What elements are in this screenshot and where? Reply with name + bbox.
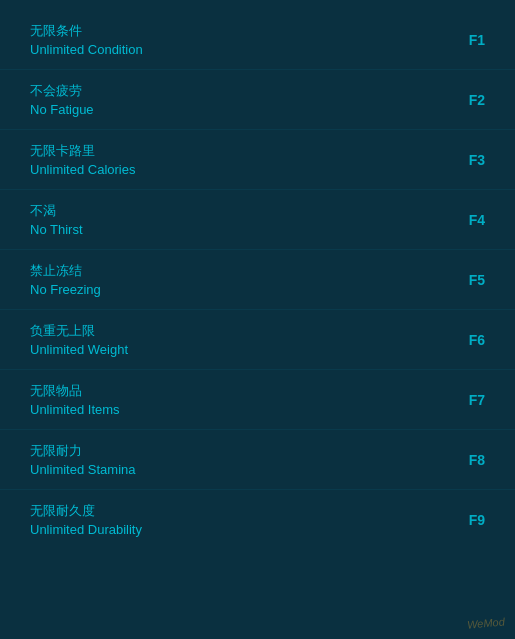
cheat-chinese-5: 禁止冻结	[30, 262, 101, 280]
cheat-key-9: F9	[469, 512, 485, 528]
cheat-key-2: F2	[469, 92, 485, 108]
cheat-english-1: Unlimited Condition	[30, 42, 143, 57]
cheat-english-3: Unlimited Calories	[30, 162, 135, 177]
cheat-english-5: No Freezing	[30, 282, 101, 297]
cheat-item-8[interactable]: 无限耐力Unlimited StaminaF8	[0, 430, 515, 490]
cheat-item-4[interactable]: 不渴No ThirstF4	[0, 190, 515, 250]
cheat-list: 无限条件Unlimited ConditionF1不会疲劳No FatigueF…	[0, 0, 515, 559]
cheat-key-1: F1	[469, 32, 485, 48]
cheat-chinese-2: 不会疲劳	[30, 82, 94, 100]
cheat-item-2[interactable]: 不会疲劳No FatigueF2	[0, 70, 515, 130]
cheat-text-8: 无限耐力Unlimited Stamina	[30, 442, 136, 477]
cheat-chinese-1: 无限条件	[30, 22, 143, 40]
cheat-chinese-3: 无限卡路里	[30, 142, 135, 160]
cheat-text-7: 无限物品Unlimited Items	[30, 382, 120, 417]
cheat-chinese-9: 无限耐久度	[30, 502, 142, 520]
watermark: WeMod	[467, 615, 506, 630]
cheat-english-6: Unlimited Weight	[30, 342, 128, 357]
cheat-key-6: F6	[469, 332, 485, 348]
cheat-key-7: F7	[469, 392, 485, 408]
cheat-text-3: 无限卡路里Unlimited Calories	[30, 142, 135, 177]
cheat-english-4: No Thirst	[30, 222, 83, 237]
cheat-key-4: F4	[469, 212, 485, 228]
cheat-key-3: F3	[469, 152, 485, 168]
cheat-chinese-7: 无限物品	[30, 382, 120, 400]
cheat-english-2: No Fatigue	[30, 102, 94, 117]
cheat-text-2: 不会疲劳No Fatigue	[30, 82, 94, 117]
cheat-item-7[interactable]: 无限物品Unlimited ItemsF7	[0, 370, 515, 430]
cheat-key-5: F5	[469, 272, 485, 288]
cheat-english-8: Unlimited Stamina	[30, 462, 136, 477]
cheat-item-3[interactable]: 无限卡路里Unlimited CaloriesF3	[0, 130, 515, 190]
cheat-item-6[interactable]: 负重无上限Unlimited WeightF6	[0, 310, 515, 370]
cheat-english-9: Unlimited Durability	[30, 522, 142, 537]
cheat-text-9: 无限耐久度Unlimited Durability	[30, 502, 142, 537]
cheat-key-8: F8	[469, 452, 485, 468]
cheat-text-5: 禁止冻结No Freezing	[30, 262, 101, 297]
cheat-item-1[interactable]: 无限条件Unlimited ConditionF1	[0, 10, 515, 70]
cheat-item-5[interactable]: 禁止冻结No FreezingF5	[0, 250, 515, 310]
cheat-text-1: 无限条件Unlimited Condition	[30, 22, 143, 57]
cheat-text-6: 负重无上限Unlimited Weight	[30, 322, 128, 357]
cheat-chinese-8: 无限耐力	[30, 442, 136, 460]
cheat-english-7: Unlimited Items	[30, 402, 120, 417]
cheat-text-4: 不渴No Thirst	[30, 202, 83, 237]
cheat-item-9[interactable]: 无限耐久度Unlimited DurabilityF9	[0, 490, 515, 549]
cheat-chinese-4: 不渴	[30, 202, 83, 220]
cheat-chinese-6: 负重无上限	[30, 322, 128, 340]
